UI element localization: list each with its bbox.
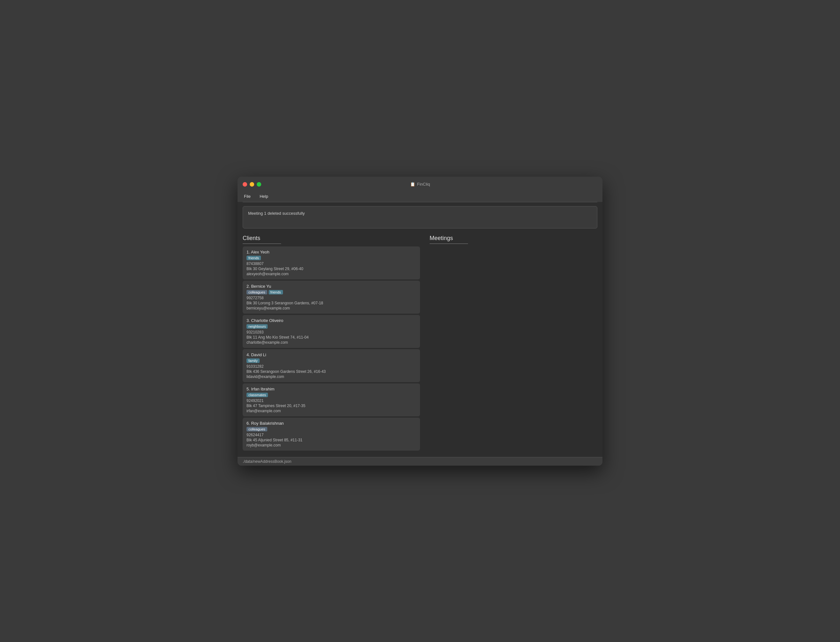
titlebar: FinCliq [238, 177, 602, 192]
client-tags: family [246, 358, 416, 363]
menu-help[interactable]: Help [258, 193, 269, 199]
maximize-button[interactable] [257, 182, 261, 186]
tag-friends: friends [269, 290, 283, 294]
window-controls [243, 182, 261, 186]
client-tags: neighbours [246, 324, 416, 329]
client-name: 6. Roy Balakrishnan [246, 421, 416, 426]
client-phone: 87438807 [246, 261, 416, 266]
client-address: Blk 47 Tampines Street 20, #17-35 [246, 404, 416, 408]
client-tags: colleaguesfriends [246, 290, 416, 294]
client-email: charlotte@example.com [246, 340, 416, 345]
main-window: FinCliq File Help Meeting 1 deleted succ… [238, 177, 602, 466]
client-name: 1. Alex Yeoh [246, 250, 416, 255]
main-content: Clients 1. Alex Yeohfriends87438807Blk 3… [238, 232, 602, 457]
client-phone: 99272758 [246, 296, 416, 300]
clients-list[interactable]: 1. Alex Yeohfriends87438807Blk 30 Geylan… [243, 246, 422, 452]
clients-header: Clients [243, 235, 281, 244]
close-button[interactable] [243, 182, 247, 186]
client-email: royb@example.com [246, 443, 416, 447]
client-email: alexyeoh@example.com [246, 272, 416, 276]
client-email: berniceyu@example.com [246, 306, 416, 310]
client-item[interactable]: 2. Bernice Yucolleaguesfriends99272758Bl… [243, 280, 420, 314]
client-name: 2. Bernice Yu [246, 284, 416, 289]
statusbar: ./data/newAddressBook.json [238, 457, 602, 466]
client-phone: 92624417 [246, 433, 416, 437]
client-address: Blk 45 Aljunied Street 85, #11-31 [246, 438, 416, 442]
notification-area: Meeting 1 deleted successfully [243, 206, 597, 229]
tag-friends: friends [246, 256, 261, 260]
client-email: irfan@example.com [246, 409, 416, 413]
client-tags: colleagues [246, 427, 416, 431]
meetings-header: Meetings [430, 235, 468, 244]
client-name: 5. Irfan Ibrahim [246, 387, 416, 391]
client-tags: friends [246, 256, 416, 260]
client-name: 3. Charlotte Oliveiro [246, 318, 416, 323]
tag-family: family [246, 358, 259, 363]
client-phone: 92492021 [246, 399, 416, 403]
meetings-panel: Meetings [422, 235, 597, 452]
menubar: File Help [238, 192, 602, 202]
client-item[interactable]: 4. David Lifamily91031282Blk 436 Serango… [243, 349, 420, 382]
clients-panel: Clients 1. Alex Yeohfriends87438807Blk 3… [243, 235, 422, 452]
client-phone: 93210283 [246, 330, 416, 334]
client-address: Blk 30 Lorong 3 Serangoon Gardens, #07-1… [246, 301, 416, 305]
app-title: FinCliq [410, 182, 430, 186]
statusbar-text: ./data/newAddressBook.json [243, 459, 291, 464]
client-address: Blk 436 Serangoon Gardens Street 26, #16… [246, 369, 416, 374]
menu-divider [243, 202, 597, 202]
tag-colleagues: colleagues [246, 427, 267, 431]
tag-colleagues: colleagues [246, 290, 267, 294]
client-phone: 91031282 [246, 364, 416, 369]
notification-text: Meeting 1 deleted successfully [248, 211, 305, 216]
client-address: Blk 30 Geylang Street 29, #06-40 [246, 267, 416, 271]
client-tags: classmates [246, 393, 416, 397]
client-email: lidavid@example.com [246, 374, 416, 379]
minimize-button[interactable] [250, 182, 254, 186]
menu-file[interactable]: File [243, 193, 252, 199]
client-item[interactable]: 5. Irfan Ibrahimclassmates92492021Blk 47… [243, 383, 420, 417]
client-item[interactable]: 6. Roy Balakrishnancolleagues92624417Blk… [243, 418, 420, 451]
client-item[interactable]: 3. Charlotte Oliveironeighbours93210283B… [243, 315, 420, 348]
tag-neighbours: neighbours [246, 324, 268, 329]
client-name: 4. David Li [246, 352, 416, 357]
client-item[interactable]: 1. Alex Yeohfriends87438807Blk 30 Geylan… [243, 246, 420, 279]
tag-classmates: classmates [246, 393, 268, 397]
client-address: Blk 11 Ang Mo Kio Street 74, #11-04 [246, 335, 416, 340]
